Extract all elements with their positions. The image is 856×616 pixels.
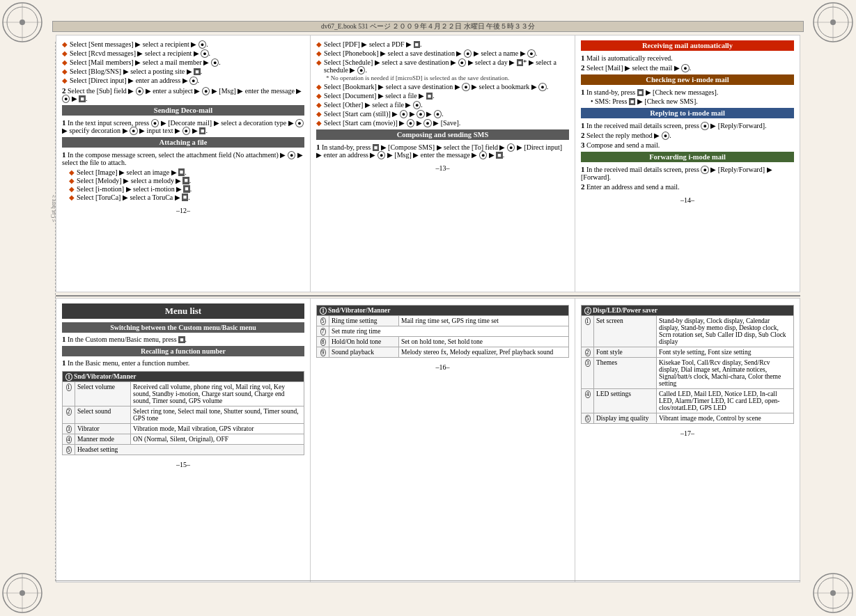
corner-top-left	[0, 0, 45, 45]
table-row-4: 4 Manner mode ON (Normal, Silent, Origin…	[63, 434, 304, 445]
attach-toruca: ◆ Select [ToruCa] ▶ select a ToruCa ▶ ■.	[62, 194, 304, 201]
reply-step1: 1 In the received mail details screen, p…	[581, 121, 794, 129]
attach-melody: ◆ Select [Melody] ▶ select a melody ▶ ■.	[62, 177, 304, 184]
snd-mid-row-8: 8 Hold/On hold tone Set on hold tone, Se…	[317, 337, 569, 347]
disp-row-2: 2 Font style Font style setting, Font si…	[582, 347, 794, 358]
corner-top-right	[811, 0, 856, 45]
bottom-line	[56, 581, 800, 581]
page-num-15: –15–	[62, 461, 304, 468]
bullet-direct-text: Select [Direct input] ▶ enter an address…	[70, 77, 199, 84]
bullet-sym: ◆	[62, 40, 68, 48]
schedule-bullet: ◆ Select [Schedule] ▶ select a save dest…	[316, 58, 569, 74]
phonebook-bullet: ◆ Select [Phonebook] ▶ select a save des…	[316, 49, 569, 57]
attach-step1: 1 In the compose message screen, select …	[62, 150, 304, 166]
bullet-sym4: ◆	[62, 68, 68, 75]
attach-image: ◆ Select [Image] ▶ select an image ▶ ■.	[62, 168, 304, 176]
bullet-sent-text: Select [Sent messages] ▶ select a recipi…	[70, 40, 208, 48]
bullet-rcvd: ◆ Select [Rcvd messages] ▶ select a reci…	[62, 49, 304, 57]
disp-row-5: 5 Display img quality Vibrant image mode…	[582, 413, 794, 424]
upper-content: ◆ Select [Sent messages] ▶ select a reci…	[56, 35, 800, 292]
bullet-direct: ◆ Select [Direct input] ▶ enter an addre…	[62, 77, 304, 84]
col2-upper: ◆ Select [PDF] ▶ select a PDF ▶ ■. ◆ Sel…	[311, 35, 575, 292]
disp-table-header: 2Disp/LED/Power saver	[582, 306, 794, 316]
replying-header: Replying to i-mode mail	[581, 108, 794, 118]
start-cam-bullet: ◆ Select [Start cam (still)] ▶ ● ▶ ● ▶ ●…	[316, 110, 569, 118]
bullet-sym3: ◆	[62, 58, 68, 66]
table-row-2: 2 Select sound Select ring tone, Select …	[63, 406, 304, 424]
snd-table-mid-header: 1Snd/Vibrator/Manner	[317, 306, 569, 316]
snd-table-header-row: 1Snd/Vibrator/Manner	[63, 372, 304, 382]
checking-header: Checking new i-mode mail	[581, 74, 794, 85]
snd-mid-row-5: 5 Ring time setting Mail ring time set, …	[317, 316, 569, 326]
bullet-sym2: ◆	[62, 49, 68, 57]
schedule-note: * No operation is needed if [microSD] is…	[316, 74, 569, 81]
recalling-header: Recalling a function number	[62, 346, 304, 356]
snd-table-left: 1Snd/Vibrator/Manner 1 Select volume Rec…	[62, 371, 304, 455]
composing-header: Composing and sending SMS	[316, 129, 569, 140]
page-num-14: –14–	[581, 196, 794, 204]
disp-row-1: 1 Set screen Stand-by display, Clock dis…	[582, 316, 794, 347]
step2-text: 2 Select the [Sub] field ▶ ● ▶ enter a s…	[62, 86, 304, 102]
receiving-header: Receiving mail automatically	[581, 40, 794, 51]
start-cam-movie-bullet: ◆ Select [Start cam (movie)] ▶ ● ▶ ● ▶ […	[316, 119, 569, 127]
bullet-blog-text: Select [Blog/SNS] ▶ select a posting sit…	[70, 68, 202, 75]
top-bar-text: dv67_E.book 531 ページ ２００９年４月２２日 水曜日 午後５時３…	[321, 22, 535, 31]
page-num-16: –16–	[316, 363, 569, 371]
reply-step3: 3 Compose and send a mail.	[581, 141, 794, 149]
col1-upper: ◆ Select [Sent messages] ▶ select a reci…	[56, 35, 311, 292]
recall-step1: 1 In the Basic menu, enter a function nu…	[62, 358, 304, 367]
table-row-3: 3 Vibrator Vibration mode, Mail vibratio…	[63, 424, 304, 434]
snd-mid-row-7: 7 Set mute ring time	[317, 326, 569, 337]
check-sms: • SMS: Press ■ ▶ [Check new SMS].	[581, 97, 794, 105]
sending-deco-header: Sending Deco-mail	[62, 105, 304, 116]
col3-upper: Receiving mail automatically 1 Mail is a…	[575, 35, 800, 292]
forward-step2: 2 Enter an address and send a mail.	[581, 182, 794, 191]
document-bullet: ◆ Select [Document] ▶ select a file ▶ ■.	[316, 92, 569, 100]
deco-step1: 1 In the text input screen, press ● ▶ [D…	[62, 118, 304, 134]
page-num-12: –12–	[62, 207, 304, 214]
forwarding-header: Forwarding i-mode mail	[581, 152, 794, 162]
recv-step2: 2 Select [Mail] ▶ select the mail ▶ ●.	[581, 63, 794, 72]
switching-header: Switching between the Custom menu/Basic …	[62, 322, 304, 333]
col2-lower: 1Snd/Vibrator/Manner 5 Ring time setting…	[311, 299, 575, 582]
bullet-blog: ◆ Select [Blog/SNS] ▶ select a posting s…	[62, 68, 304, 75]
page-num-17: –17–	[581, 429, 794, 437]
bullet-mail-text: Select [Mail members] ▶ select a mail me…	[70, 58, 221, 66]
table-row-5: 5 Headset setting	[63, 445, 304, 455]
snd-table-mid: 1Snd/Vibrator/Manner 5 Ring time setting…	[316, 305, 569, 358]
disp-row-3: 3 Themes Kisekae Tool, Call/Rcv display,…	[582, 358, 794, 389]
snd-mid-row-9: 9 Sound playback Melody stereo fx, Melod…	[317, 347, 569, 358]
recv-step1: 1 Mail is automatically received.	[581, 54, 794, 62]
col1-lower: Menu list Switching between the Custom m…	[56, 299, 311, 582]
switch-step1: 1 In the Custom menu/Basic menu, press ■…	[62, 335, 304, 343]
disp-table: 2Disp/LED/Power saver 1 Set screen Stand…	[581, 305, 794, 424]
attach-imotion: ◆ Select [i-motion] ▶ select i-motion ▶ …	[62, 185, 304, 193]
attaching-header: Attaching a file	[62, 137, 304, 148]
table-row-1: 1 Select volume Received call volume, ph…	[63, 382, 304, 406]
bullet-rcvd-text: Select [Rcvd messages] ▶ select a recipi…	[70, 49, 210, 57]
check-step1: 1 In stand-by, press ■ ▶ [Check new mess…	[581, 88, 794, 96]
page-num-13: –13–	[316, 164, 569, 172]
menu-list-header: Menu list	[62, 303, 304, 319]
forward-step1: 1 In the received mail details screen, p…	[581, 165, 794, 181]
top-bar: dv67_E.book 531 ページ ２００９年４月２２日 水曜日 午後５時３…	[52, 21, 804, 32]
bullet-sent: ◆ Select [Sent messages] ▶ select a reci…	[62, 40, 304, 48]
corner-bottom-right	[811, 571, 856, 616]
bookmark-bullet: ◆ Select [Bookmark] ▶ select a save dest…	[316, 83, 569, 90]
disp-row-4: 4 LED settings Called LED, Mail LED, Not…	[582, 389, 794, 413]
pdf-bullet: ◆ Select [PDF] ▶ select a PDF ▶ ■.	[316, 40, 569, 48]
bullet-mail: ◆ Select [Mail members] ▶ select a mail …	[62, 58, 304, 66]
corner-bottom-left	[0, 571, 45, 616]
bullet-sym5: ◆	[62, 77, 68, 84]
col3-lower: 2Disp/LED/Power saver 1 Set screen Stand…	[575, 299, 800, 582]
sms-step1: 1 In stand-by, press ■ ▶ [Compose SMS] ▶…	[316, 143, 569, 159]
other-bullet: ◆ Select [Other] ▶ select a file ▶ ●.	[316, 101, 569, 109]
divider	[56, 295, 800, 297]
reply-step2: 2 Select the reply method ▶ ●.	[581, 131, 794, 139]
lower-content: Menu list Switching between the Custom m…	[56, 298, 800, 583]
